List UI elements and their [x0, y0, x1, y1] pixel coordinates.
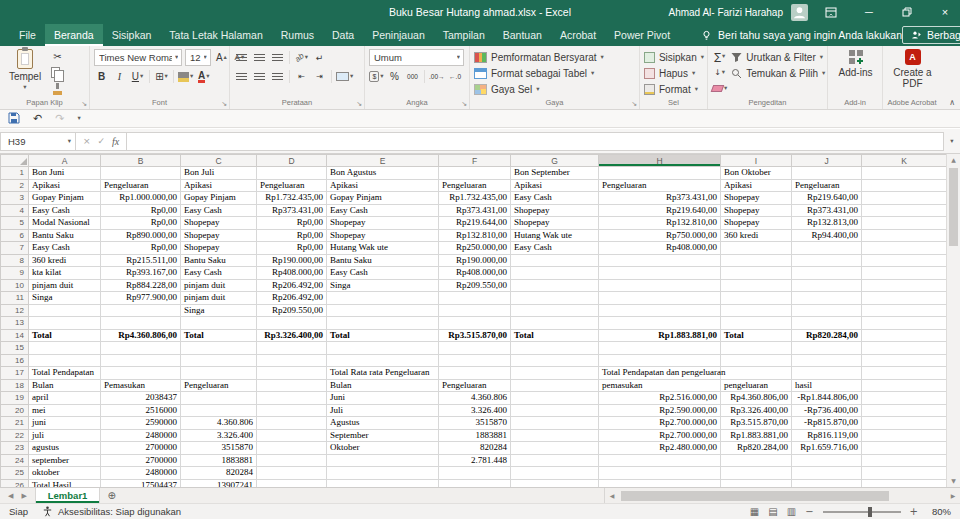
undo-button[interactable]: ↶ [33, 112, 42, 125]
cell-K6[interactable] [862, 229, 947, 242]
cell-F25[interactable] [439, 467, 511, 480]
cell-E16[interactable] [327, 354, 439, 367]
cell-B18[interactable]: Pemasukan [101, 379, 181, 392]
cell-H14[interactable]: Rp1.883.881,00 [599, 329, 721, 342]
clipboard-dialog-launcher[interactable]: ↘ [81, 100, 87, 108]
cell-E7[interactable]: Hutang Wak ute [327, 242, 439, 255]
cell-B1[interactable] [101, 167, 181, 180]
column-header-G[interactable]: G [511, 155, 599, 167]
cell-J9[interactable] [792, 267, 862, 280]
cell-G10[interactable] [511, 279, 599, 292]
cell-G14[interactable]: Total [511, 329, 599, 342]
cell-E4[interactable]: Easy Cash [327, 204, 439, 217]
collapse-ribbon-button[interactable]: ∧ [949, 98, 955, 107]
cell-F23[interactable]: 820284 [439, 442, 511, 455]
zoom-in-button[interactable]: + [910, 506, 918, 517]
cell-A12[interactable] [29, 304, 101, 317]
cell-H5[interactable]: Rp132.810,00 [599, 217, 721, 230]
scroll-up-icon[interactable]: ▲ [947, 154, 960, 166]
cell-K15[interactable] [862, 342, 947, 355]
cell-D15[interactable] [257, 342, 327, 355]
cell-C2[interactable]: Apikasi [181, 179, 257, 192]
cell-D7[interactable]: Rp0,00 [257, 242, 327, 255]
cell-J2[interactable]: Pengeluaran [792, 179, 862, 192]
cell-H26[interactable] [599, 479, 721, 487]
cell-E3[interactable]: Gopay Pinjam [327, 192, 439, 205]
underline-button[interactable]: U▾ [130, 69, 145, 84]
column-header-E[interactable]: E [327, 155, 439, 167]
cell-I21[interactable]: Rp3.515.870,00 [721, 417, 792, 430]
cell-K14[interactable] [862, 329, 947, 342]
cell-J1[interactable] [792, 167, 862, 180]
cell-I22[interactable]: Rp1.883.881,00 [721, 429, 792, 442]
save-button[interactable] [8, 112, 20, 126]
font-size-select[interactable]: 12▾ [185, 49, 211, 66]
cell-J10[interactable] [792, 279, 862, 292]
cell-E1[interactable]: Bon Agustus [327, 167, 439, 180]
cell-I19[interactable]: Rp4.360.806,00 [721, 392, 792, 405]
user-avatar[interactable] [791, 4, 808, 21]
paste-button[interactable]: Tempel ▾ [4, 49, 46, 96]
row-header-3[interactable]: 3 [1, 192, 29, 205]
tab-rumus[interactable]: Rumus [272, 24, 323, 46]
cell-A1[interactable]: Bon Juni [29, 167, 101, 180]
cell-C23[interactable]: 3515870 [181, 442, 257, 455]
close-button[interactable]: × [930, 0, 960, 24]
sheet-tab-lembar1[interactable]: Lembar1 [35, 488, 101, 503]
cell-A10[interactable]: pinjam duit [29, 279, 101, 292]
cell-H23[interactable]: Rp2.480.000,00 [599, 442, 721, 455]
cell-D8[interactable]: Rp190.000,00 [257, 254, 327, 267]
increase-indent-button[interactable]: ⇥ [312, 69, 327, 84]
cell-I8[interactable] [721, 254, 792, 267]
cell-H18[interactable]: pemasukan [599, 379, 721, 392]
cell-K23[interactable] [862, 442, 947, 455]
cell-J11[interactable] [792, 292, 862, 305]
cell-B2[interactable]: Pengeluaran [101, 179, 181, 192]
tab-sisipkan[interactable]: Sisipkan [103, 24, 161, 46]
cell-I20[interactable]: Rp3.326.400,00 [721, 404, 792, 417]
cell-B24[interactable]: 2700000 [101, 454, 181, 467]
row-header-16[interactable]: 16 [1, 354, 29, 367]
cell-B21[interactable]: 2590000 [101, 417, 181, 430]
cell-J15[interactable] [792, 342, 862, 355]
cell-F9[interactable]: Rp408.000,00 [439, 267, 511, 280]
cell-H20[interactable]: Rp2.590.000,00 [599, 404, 721, 417]
cell-D16[interactable] [257, 354, 327, 367]
cell-H8[interactable] [599, 254, 721, 267]
row-header-7[interactable]: 7 [1, 242, 29, 255]
row-header-11[interactable]: 11 [1, 292, 29, 305]
cell-C12[interactable]: Singa [181, 304, 257, 317]
insert-function-icon[interactable]: fx [112, 136, 119, 147]
new-sheet-button[interactable]: ⊕ [100, 488, 122, 503]
cell-A6[interactable]: Bantu Saku [29, 229, 101, 242]
row-header-1[interactable]: 1 [1, 167, 29, 180]
cell-G3[interactable]: Easy Cash [511, 192, 599, 205]
cell-C3[interactable]: Gopay Pinjam [181, 192, 257, 205]
column-header-C[interactable]: C [181, 155, 257, 167]
cell-E23[interactable]: Oktober [327, 442, 439, 455]
cell-K22[interactable] [862, 429, 947, 442]
cell-F21[interactable]: 3515870 [439, 417, 511, 430]
cell-D6[interactable]: Rp0,00 [257, 229, 327, 242]
cell-H4[interactable]: Rp219.640,00 [599, 204, 721, 217]
cell-H6[interactable]: Rp750.000,00 [599, 229, 721, 242]
cell-C26[interactable]: 13907241 [181, 479, 257, 487]
cell-J20[interactable]: -Rp736.400,00 [792, 404, 862, 417]
row-header-14[interactable]: 14 [1, 329, 29, 342]
cell-C25[interactable]: 820284 [181, 467, 257, 480]
cell-E21[interactable]: Agustus [327, 417, 439, 430]
cell-A15[interactable] [29, 342, 101, 355]
formula-input[interactable] [127, 132, 944, 151]
cell-E19[interactable]: Juni [327, 392, 439, 405]
cell-H9[interactable] [599, 267, 721, 280]
cell-G19[interactable] [511, 392, 599, 405]
name-box[interactable]: H39 ▾ [0, 132, 76, 151]
cell-C20[interactable] [181, 404, 257, 417]
cell-H15[interactable] [599, 342, 721, 355]
cell-H12[interactable] [599, 304, 721, 317]
cell-F8[interactable]: Rp190.000,00 [439, 254, 511, 267]
cell-F20[interactable]: 3.326.400 [439, 404, 511, 417]
cell-K8[interactable] [862, 254, 947, 267]
font-dialog-launcher[interactable]: ↘ [221, 100, 227, 108]
cell-J7[interactable] [792, 242, 862, 255]
